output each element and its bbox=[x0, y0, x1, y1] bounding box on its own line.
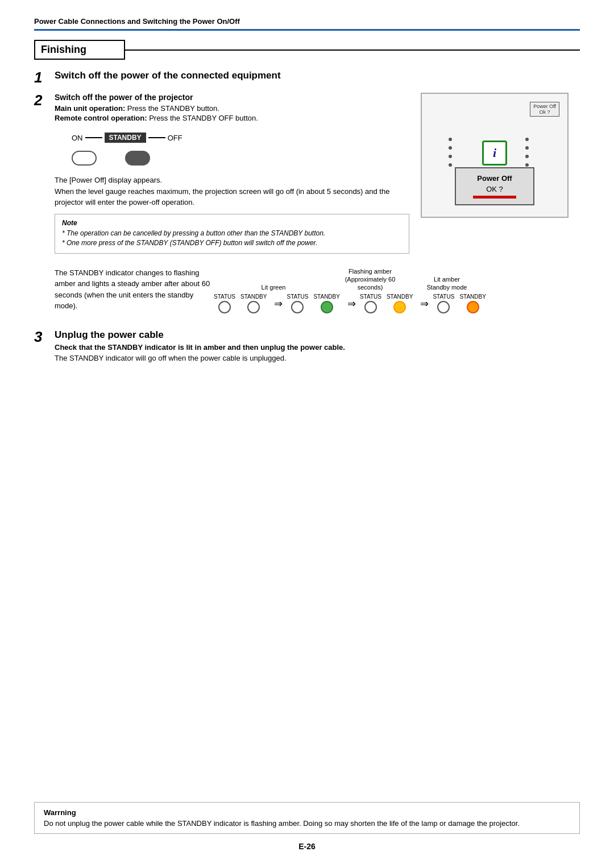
page-wrapper: Power Cable Connections and Switching th… bbox=[0, 0, 614, 868]
dialog-red-bar bbox=[473, 196, 517, 199]
step-3-bold: Check that the STANDBY indicator is lit … bbox=[55, 343, 580, 352]
svg-point-3 bbox=[449, 163, 452, 167]
label-standby-2: STANDBY bbox=[313, 294, 340, 300]
flashing-amber-header: Flashing amber (Approximately 60 seconds… bbox=[333, 267, 407, 292]
svg-point-2 bbox=[449, 155, 452, 158]
power-off-para-1: The [Power Off] display appears. bbox=[55, 175, 409, 186]
label-status-1: STATUS bbox=[214, 294, 235, 300]
note-title: Note bbox=[62, 219, 402, 227]
circle-standby-2 bbox=[321, 301, 333, 313]
circle-status-1 bbox=[218, 301, 231, 313]
label-status-4: STATUS bbox=[433, 294, 454, 300]
operation-remote-text: Press the STANDBY OFF button. bbox=[149, 114, 258, 122]
finishing-section: Finishing bbox=[34, 40, 580, 60]
note-item-2: * One more press of the STANDBY (STANDBY… bbox=[62, 239, 402, 247]
power-off-para-2: When the level gauge reaches maximum, th… bbox=[55, 186, 409, 208]
note-box: Note * The operation can be cancelled by… bbox=[55, 214, 409, 254]
step-1-number: 1 bbox=[34, 70, 49, 85]
step2-row: Switch off the power of the projector Ma… bbox=[55, 93, 580, 259]
svg-point-5 bbox=[525, 146, 529, 150]
svg-point-7 bbox=[525, 163, 529, 167]
group4-status: STATUS bbox=[433, 294, 454, 313]
info-icon-large: i bbox=[482, 140, 507, 166]
step-3: 3 Unplug the power cable Check that the … bbox=[34, 329, 580, 370]
finishing-line bbox=[125, 49, 580, 51]
page-header: Power Cable Connections and Switching th… bbox=[34, 17, 580, 31]
finishing-label: Finishing bbox=[34, 40, 125, 60]
group3-standby: STANDBY bbox=[387, 294, 413, 313]
small-dialog: Power Off Ok ? bbox=[530, 102, 559, 117]
group1-standby: STANDBY bbox=[240, 294, 267, 313]
standby-diagram: Lit green Flashing amber (Approximately … bbox=[214, 267, 580, 314]
small-info-area: Power Off Ok ? bbox=[530, 102, 559, 117]
group1: STATUS bbox=[214, 294, 235, 313]
header-title: Power Cable Connections and Switching th… bbox=[34, 17, 240, 26]
page-number: E-26 bbox=[0, 842, 614, 851]
group4-standby: STANDBY bbox=[459, 294, 486, 313]
step-3-normal: The STANDBY indicator will go off when t… bbox=[55, 354, 580, 362]
label-status-2: STATUS bbox=[287, 294, 308, 300]
toggle-line-left bbox=[85, 137, 102, 138]
power-off-text-1: The [Power Off] display appears. When th… bbox=[55, 175, 409, 208]
warning-text: Do not unplug the power cable while the … bbox=[44, 819, 570, 828]
circle-status-3 bbox=[364, 301, 377, 313]
small-dialog-text: Power Off bbox=[533, 104, 556, 109]
indicator-groups: STATUS STANDBY ⇒ STATUS bbox=[214, 294, 489, 313]
step-2-number: 2 bbox=[34, 93, 49, 108]
toggle-buttons-row bbox=[72, 151, 409, 166]
svg-point-0 bbox=[449, 138, 452, 141]
svg-point-1 bbox=[449, 146, 452, 150]
toggle-button-on[interactable] bbox=[72, 151, 97, 166]
circle-standby-3 bbox=[393, 301, 406, 313]
standby-mode-label: Standby mode bbox=[424, 283, 470, 291]
projector-display-box: Power Off Ok ? bbox=[421, 93, 569, 218]
info-letter: i bbox=[493, 146, 496, 160]
arrow-1: ⇒ bbox=[274, 297, 283, 310]
label-status-3: STATUS bbox=[360, 294, 381, 300]
label-standby-4: STANDBY bbox=[459, 294, 486, 300]
step-3-number: 3 bbox=[34, 329, 49, 344]
standby-row: The STANDBY indicator changes to flashin… bbox=[55, 267, 580, 314]
warning-title: Warrning bbox=[44, 808, 570, 817]
group2-standby: STANDBY bbox=[313, 294, 340, 313]
flashing-amber-label: Flashing amber bbox=[333, 267, 407, 275]
step-3-title: Unplug the power cable bbox=[55, 329, 580, 341]
standby-desc: The STANDBY indicator changes to flashin… bbox=[55, 267, 214, 312]
step2-left: Switch off the power of the projector Ma… bbox=[55, 93, 409, 259]
step2-subtitle: Switch off the power of the projector bbox=[55, 93, 409, 102]
small-dialog-text2: Ok ? bbox=[533, 109, 556, 115]
lit-amber-label: Lit amber bbox=[424, 275, 470, 283]
label-standby-1: STANDBY bbox=[240, 294, 267, 300]
flashing-amber-sub: (Approximately 60 seconds) bbox=[333, 275, 407, 292]
step-1-title: Switch off the power of the connected eq… bbox=[55, 70, 580, 81]
toggle-diagram: ON STANDBY OFF bbox=[72, 133, 409, 143]
arrow-3: ⇒ bbox=[420, 297, 429, 310]
toggle-off-label: OFF bbox=[168, 134, 182, 142]
projector-inner-dialog: Power Off OK ? bbox=[455, 167, 534, 205]
note-item-1: * The operation can be cancelled by pres… bbox=[62, 229, 402, 237]
svg-point-4 bbox=[525, 138, 529, 141]
step-1-content: Switch off the power of the connected eq… bbox=[55, 70, 580, 84]
circle-status-4 bbox=[437, 301, 450, 313]
arrow-2: ⇒ bbox=[347, 297, 356, 310]
group2-status: STATUS bbox=[287, 294, 308, 313]
operation-main: Main unit operation: Press the STANDBY b… bbox=[55, 104, 409, 113]
warning-box: Warrning Do not unplug the power cable w… bbox=[34, 802, 580, 834]
lit-green-header: Lit green bbox=[254, 283, 293, 291]
step-3-content: Unplug the power cable Check that the ST… bbox=[55, 329, 580, 362]
lit-amber-header: Lit amber Standby mode bbox=[424, 275, 470, 292]
toggle-line-right bbox=[148, 137, 165, 138]
circle-status-2 bbox=[291, 301, 304, 313]
group3-status: STATUS bbox=[360, 294, 381, 313]
toggle-standby-label: STANDBY bbox=[105, 133, 146, 143]
standby-labels: Lit green Flashing amber (Approximately … bbox=[214, 267, 470, 292]
circle-standby-4 bbox=[467, 301, 479, 313]
dialog-ok: OK ? bbox=[467, 185, 522, 193]
step2-right: Power Off Ok ? bbox=[421, 93, 580, 259]
operation-remote-label: Remote control operation: bbox=[55, 114, 147, 122]
operation-main-label: Main unit operation: bbox=[55, 104, 125, 113]
step-2-content: Switch off the power of the projector Ma… bbox=[55, 93, 580, 321]
step-1: 1 Switch off the power of the connected … bbox=[34, 70, 580, 85]
toggle-button-off[interactable] bbox=[125, 151, 150, 166]
step-2: 2 Switch off the power of the projector … bbox=[34, 93, 580, 321]
